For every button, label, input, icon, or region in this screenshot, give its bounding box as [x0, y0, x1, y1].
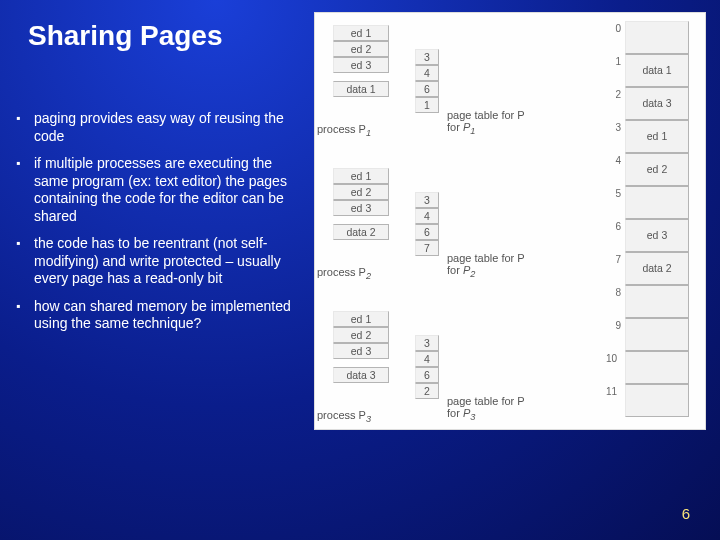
- bullet-list: ▪ paging provides easy way of reusing th…: [16, 110, 306, 343]
- frame-index: 8: [607, 287, 621, 298]
- pt-cell: 6: [415, 367, 439, 383]
- frame-cell: data 1: [625, 54, 689, 87]
- pt-cell: 7: [415, 240, 439, 256]
- frame-index: 7: [607, 254, 621, 265]
- frame-index: 2: [607, 89, 621, 100]
- pt-label-sub: 1: [470, 126, 475, 136]
- process-label-text: process P: [317, 266, 366, 278]
- paging-diagram: ed 1 ed 2 ed 3 data 1 process P1 3 4 6 1…: [314, 12, 706, 430]
- list-item: ▪ how can shared memory be implemented u…: [16, 298, 306, 333]
- pt-cell: 6: [415, 224, 439, 240]
- frame-index: 5: [607, 188, 621, 199]
- list-item: ▪ if multiple processes are executing th…: [16, 155, 306, 225]
- bullet-text: paging provides easy way of reusing the …: [34, 110, 306, 145]
- frame-index: 10: [603, 353, 617, 364]
- pt-cell: 2: [415, 383, 439, 399]
- pt-label: page table for Pfor P1: [447, 109, 525, 136]
- pt-label-text: page table for P: [447, 252, 525, 264]
- frame-index: 3: [607, 122, 621, 133]
- page-cell: ed 1: [333, 25, 389, 41]
- bullet-text: if multiple processes are executing the …: [34, 155, 306, 225]
- pt-cell: 4: [415, 208, 439, 224]
- frame-cell: [625, 384, 689, 417]
- frame-cell: [625, 351, 689, 384]
- process-label-text: process P: [317, 409, 366, 421]
- bullet-icon: ▪: [16, 110, 34, 145]
- frame-cell: ed 1: [625, 120, 689, 153]
- pt-label-text: page table for P: [447, 395, 525, 407]
- bullet-icon: ▪: [16, 298, 34, 333]
- pt-cell: 4: [415, 65, 439, 81]
- page-cell: ed 2: [333, 184, 389, 200]
- page-cell: ed 3: [333, 200, 389, 216]
- pt-label-sub: 3: [470, 412, 475, 422]
- process-label-sub: 2: [366, 271, 371, 281]
- bullet-icon: ▪: [16, 235, 34, 288]
- bullet-text: the code has to be reentrant (not self-m…: [34, 235, 306, 288]
- pt-label: page table for Pfor P2: [447, 252, 525, 279]
- pt-cell: 3: [415, 335, 439, 351]
- pt-cell: 3: [415, 192, 439, 208]
- page-cell: data 1: [333, 81, 389, 97]
- process-label-sub: 3: [366, 414, 371, 424]
- frame-index: 1: [607, 56, 621, 67]
- frame-cell: data 3: [625, 87, 689, 120]
- list-item: ▪ paging provides easy way of reusing th…: [16, 110, 306, 145]
- process-label: process P3: [317, 409, 371, 424]
- frame-cell: [625, 285, 689, 318]
- bullet-text: how can shared memory be implemented usi…: [34, 298, 306, 333]
- page-title: Sharing Pages: [28, 20, 223, 52]
- list-item: ▪ the code has to be reentrant (not self…: [16, 235, 306, 288]
- slide: Sharing Pages ▪ paging provides easy way…: [0, 0, 720, 540]
- process-label-text: process P: [317, 123, 366, 135]
- page-cell: ed 3: [333, 343, 389, 359]
- page-cell: ed 2: [333, 41, 389, 57]
- pt-label: page table for Pfor P3: [447, 395, 525, 422]
- frame-cell: [625, 21, 689, 54]
- pt-cell: 1: [415, 97, 439, 113]
- page-cell: data 2: [333, 224, 389, 240]
- page-cell: ed 1: [333, 168, 389, 184]
- page-cell: ed 1: [333, 311, 389, 327]
- frame-index: 6: [607, 221, 621, 232]
- pt-cell: 4: [415, 351, 439, 367]
- pt-cell: 3: [415, 49, 439, 65]
- pt-cell: 6: [415, 81, 439, 97]
- process-label-sub: 1: [366, 128, 371, 138]
- page-cell: ed 2: [333, 327, 389, 343]
- pt-label-sub: 2: [470, 269, 475, 279]
- frame-cell: ed 3: [625, 219, 689, 252]
- process-label: process P1: [317, 123, 371, 138]
- bullet-icon: ▪: [16, 155, 34, 225]
- page-number: 6: [682, 505, 690, 522]
- frame-index: 0: [607, 23, 621, 34]
- frame-index: 11: [603, 386, 617, 397]
- page-cell: ed 3: [333, 57, 389, 73]
- frame-cell: ed 2: [625, 153, 689, 186]
- page-cell: data 3: [333, 367, 389, 383]
- frame-cell: [625, 186, 689, 219]
- process-label: process P2: [317, 266, 371, 281]
- frame-cell: [625, 318, 689, 351]
- frame-index: 4: [607, 155, 621, 166]
- frame-index: 9: [607, 320, 621, 331]
- pt-label-text: page table for P: [447, 109, 525, 121]
- frame-cell: data 2: [625, 252, 689, 285]
